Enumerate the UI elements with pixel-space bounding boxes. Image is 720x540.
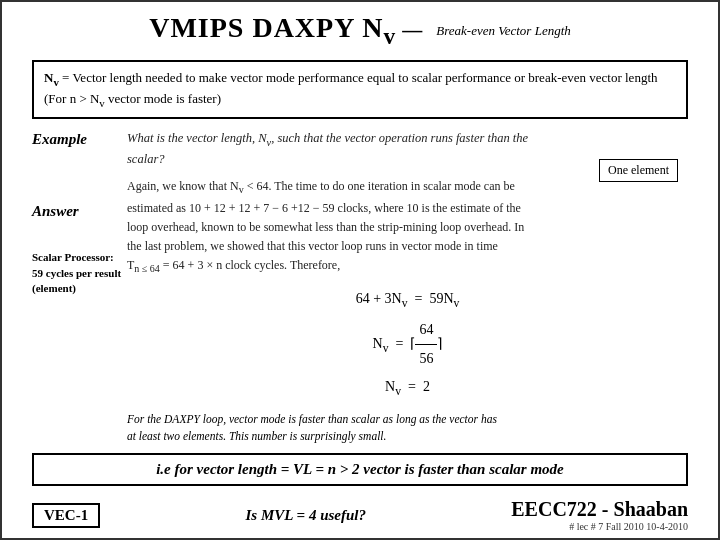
vec-label: VEC-1	[32, 503, 100, 528]
subscript-v: v	[384, 23, 397, 49]
mvl-question: Is MVL = 4 useful?	[245, 507, 366, 524]
def-text: Nv = Vector length needed to make vector…	[44, 70, 658, 107]
right-content: What is the vector length, Nv, such that…	[127, 129, 688, 445]
answer-text: Again, we know that Nv < 64. The time to…	[127, 177, 688, 277]
answer-label: Answer	[32, 203, 127, 220]
equations: 64 + 3Nv = 59Nv Nv = ⌈6456⌉ Nv = 2	[127, 285, 688, 402]
course-info: EECC722 - Shaaban # lec # 7 Fall 2010 10…	[511, 498, 688, 532]
example-label: Example	[32, 131, 127, 148]
bottom-bar: VEC-1 Is MVL = 4 useful? EECC722 - Shaab…	[32, 494, 688, 532]
main-content: Example Answer Scalar Processor: 59 cycl…	[32, 129, 688, 445]
eq3: Nv = 2	[127, 373, 688, 403]
slide-title: VMIPS DAXPY Nv	[149, 12, 396, 50]
scalar-note: Scalar Processor: 59 cycles per result (…	[32, 250, 127, 296]
arrow-separator: —	[402, 19, 422, 42]
slide-container: VMIPS DAXPY Nv — Break-even Vector Lengt…	[0, 0, 720, 540]
left-labels: Example Answer Scalar Processor: 59 cycl…	[32, 129, 127, 445]
conclusion-box: i.e for vector length = VL = n > 2 vecto…	[32, 453, 688, 486]
footer-ref: # lec # 7 Fall 2010 10-4-2010	[511, 521, 688, 532]
definition-box: Nv = Vector length needed to make vector…	[32, 60, 688, 120]
course-title: EECC722 - Shaaban	[511, 498, 688, 521]
small-footer-note: For the DAXPY loop, vector mode is faste…	[127, 411, 688, 446]
eq1: 64 + 3Nv = 59Nv	[127, 285, 688, 315]
header: VMIPS DAXPY Nv — Break-even Vector Lengt…	[22, 12, 698, 50]
eq2: Nv = ⌈6456⌉	[127, 316, 688, 373]
one-element-box: One element	[599, 159, 678, 182]
break-even-label: Break-even Vector Length	[436, 23, 571, 39]
